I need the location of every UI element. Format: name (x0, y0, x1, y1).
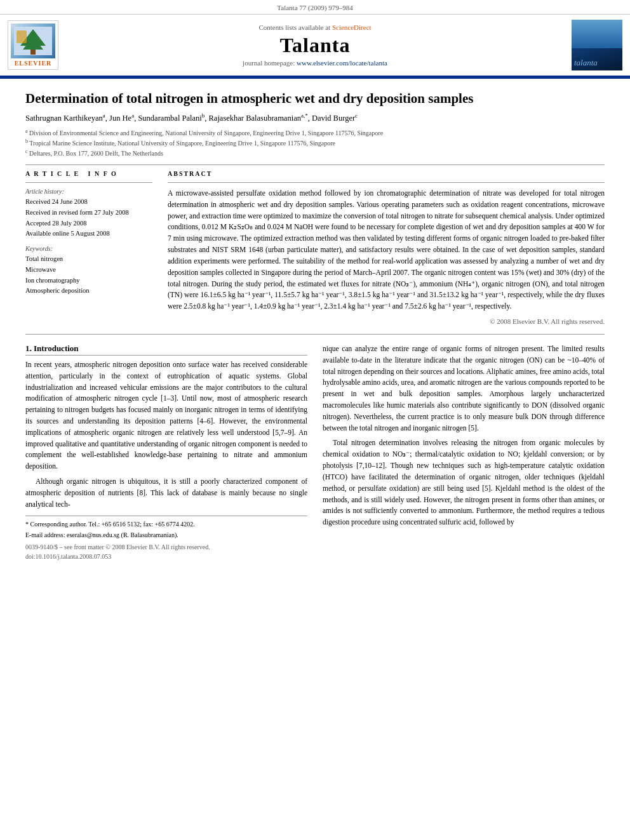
info-abstract-columns: A R T I C L E I N F O Article history: R… (25, 170, 605, 325)
footnote-area: * Corresponding author. Tel.: +65 6516 5… (25, 516, 307, 561)
keyword-4: Atmospheric deposition (25, 286, 152, 297)
elsevier-logo: ELSEVIER (8, 20, 58, 70)
body-col-right: nique can analyze the entire range of or… (323, 343, 605, 563)
right-column: ABSTRACT A microwave-assisted persulfate… (168, 170, 605, 325)
author-2: Jun Hea (109, 114, 134, 123)
intro-text-right: nique can analyze the entire range of or… (323, 343, 605, 528)
body-columns: 1. Introduction In recent years, atmosph… (25, 343, 605, 563)
page: Talanta 77 (2009) 979–984 (0, 0, 630, 840)
issn-bar: 0039-9140/$ – see front matter © 2008 El… (25, 542, 307, 561)
keywords-label: Keywords: (25, 245, 152, 252)
affiliations: a Division of Environmental Science and … (25, 128, 605, 158)
affiliation-b: b Tropical Marine Science Institute, Nat… (25, 138, 605, 148)
svg-rect-4 (17, 30, 27, 43)
affiliation-c: c Deltares, P.O. Box 177, 2600 Delft, Th… (25, 149, 605, 158)
affiliation-a: a Division of Environmental Science and … (25, 128, 605, 138)
homepage-link[interactable]: www.elsevier.com/locate/talanta (297, 59, 387, 67)
science-direct-link[interactable]: ScienceDirect (332, 23, 372, 31)
science-direct-bar: Contents lists available at ScienceDirec… (258, 23, 371, 31)
intro-text-left: In recent years, atmospheric nitrogen de… (25, 359, 307, 510)
author-4: Rajasekhar Balasubramaniana,* (209, 114, 308, 123)
keyword-1: Total nitrogen (25, 254, 152, 265)
footnote-corresponding: * Corresponding author. Tel.: +65 6516 5… (25, 519, 307, 529)
journal-citation-bar: Talanta 77 (2009) 979–984 (0, 0, 630, 15)
talanta-logo-right: talanta (572, 20, 622, 70)
keywords-section: Keywords: Total nitrogen Microwave Ion c… (25, 245, 152, 297)
received-date: Received 24 June 2008 (25, 197, 152, 207)
footnote-email: E-mail address: eseralas@nus.edu.sg (R. … (25, 530, 307, 540)
article-history-label: Article history: (25, 188, 152, 195)
journal-title: Talanta (280, 34, 351, 57)
author-1: Sathrugnan Karthikeyana (25, 114, 105, 123)
journal-homepage: journal homepage: www.elsevier.com/locat… (243, 59, 387, 67)
article-title: Determination of total nitrogen in atmos… (25, 90, 605, 107)
keyword-2: Microwave (25, 265, 152, 276)
homepage-label: journal homepage: (243, 59, 295, 67)
intro-para-right-1: nique can analyze the entire range of or… (323, 343, 605, 434)
section-divider-1 (25, 164, 605, 165)
elsevier-text: ELSEVIER (15, 60, 52, 67)
logo-box: ELSEVIER (8, 20, 58, 70)
author-5: David Burgerc (312, 114, 358, 123)
intro-para-1: In recent years, atmospheric nitrogen de… (25, 359, 307, 472)
online-date: Available online 5 August 2008 (25, 229, 152, 239)
intro-heading: 1. Introduction (25, 343, 307, 356)
authors-line: Sathrugnan Karthikeyana, Jun Hea, Sundar… (25, 112, 605, 124)
elsevier-logo-image (11, 23, 55, 58)
article-info-section-label: A R T I C L E I N F O (25, 170, 152, 177)
talanta-logo-text: talanta (574, 58, 598, 68)
contents-available-text: Contents lists available at (258, 23, 330, 31)
abstract-text: A microwave-assisted persulfate oxidatio… (168, 188, 605, 312)
section-divider-2 (25, 334, 605, 335)
journal-header: ELSEVIER Contents lists available at Sci… (0, 15, 630, 77)
svg-rect-3 (30, 50, 36, 55)
left-column: A R T I C L E I N F O Article history: R… (25, 170, 152, 325)
header-center: Contents lists available at ScienceDirec… (65, 23, 565, 67)
body-col-left: 1. Introduction In recent years, atmosph… (25, 343, 307, 563)
revised-date: Received in revised form 27 July 2008 (25, 208, 152, 218)
keyword-3: Ion chromatography (25, 276, 152, 286)
copyright-line: © 2008 Elsevier B.V. All rights reserved… (168, 317, 605, 325)
article-content: Determination of total nitrogen in atmos… (0, 79, 630, 574)
abstract-section-label: ABSTRACT (168, 170, 605, 177)
abstract-divider (168, 182, 605, 183)
info-divider (25, 182, 152, 183)
accepted-date: Accepted 28 July 2008 (25, 218, 152, 229)
author-3: Sundarambal Palanib (138, 114, 204, 123)
intro-para-2: Although organic nitrogen is ubiquitous,… (25, 476, 307, 510)
intro-para-right-2: Total nitrogen determination involves re… (323, 437, 605, 528)
journal-citation: Talanta 77 (2009) 979–984 (277, 4, 352, 11)
